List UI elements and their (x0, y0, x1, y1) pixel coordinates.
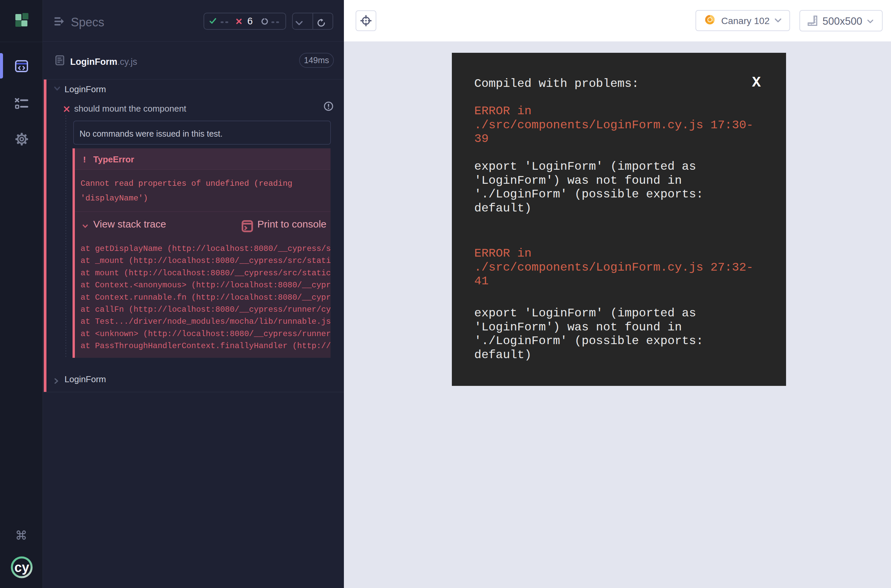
svg-text:cy: cy (14, 560, 29, 574)
